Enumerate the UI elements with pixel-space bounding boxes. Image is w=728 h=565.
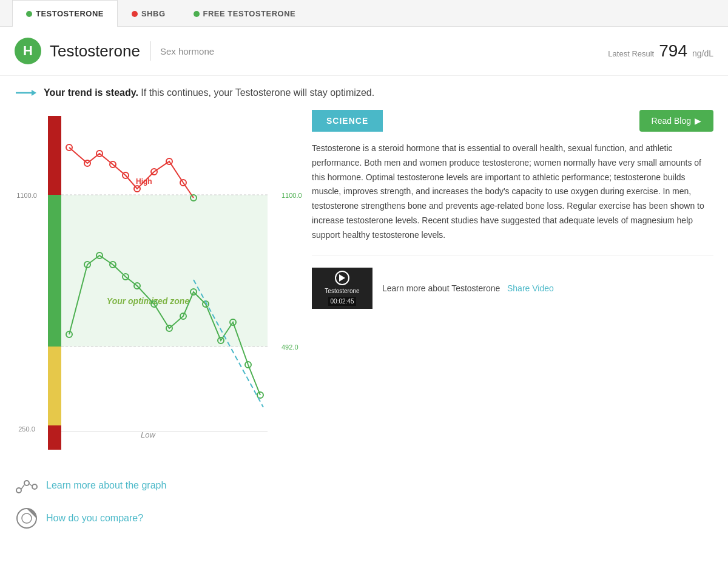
science-tabs: SCIENCE Read Blog ▶ <box>312 110 713 132</box>
right-panel: SCIENCE Read Blog ▶ Testosterone is a st… <box>294 110 713 452</box>
svg-text:250.0: 250.0 <box>18 425 35 433</box>
tab-testosterone-label: TESTOSTERONE <box>36 9 104 18</box>
science-tab-button[interactable]: SCIENCE <box>312 110 383 132</box>
svg-rect-6 <box>48 195 61 347</box>
main-content: 1100.0 1100.0 492.0 250.0 Your optimized… <box>0 110 728 464</box>
svg-text:1100.0: 1100.0 <box>281 192 302 199</box>
graph-link-label: Learn more about the graph <box>46 480 166 490</box>
trend-bold: Your trend is steady. <box>44 87 138 98</box>
svg-line-48 <box>21 485 24 489</box>
video-thumbnail[interactable]: Testosterone 00:02:45 <box>312 268 372 309</box>
science-description: Testosterone is a steroid hormone that i… <box>312 141 713 255</box>
video-duration: 00:02:45 <box>328 297 357 306</box>
tab-shbg[interactable]: SHBG <box>118 0 180 27</box>
video-learn-text: Learn more about Testosterone Share Vide… <box>382 283 554 293</box>
header-result: Latest Result 794 ng/dL <box>608 41 713 61</box>
footer-links: Learn more about the graph How do you co… <box>0 464 728 549</box>
logo-letter: H <box>23 43 33 59</box>
tab-free-testosterone[interactable]: FREE TESTOSTERONE <box>180 0 310 27</box>
chart-svg-container: 1100.0 1100.0 492.0 250.0 Your optimized… <box>15 110 294 452</box>
chart-area: 1100.0 1100.0 492.0 250.0 Your optimized… <box>15 110 294 452</box>
trend-rest: If this continues, your Testosterone wil… <box>141 87 374 98</box>
graph-link[interactable]: Learn more about the graph <box>46 480 166 491</box>
svg-text:492.0: 492.0 <box>281 343 298 351</box>
svg-point-51 <box>22 513 32 523</box>
trend-bar: Your trend is steady. If this continues,… <box>0 76 728 110</box>
tab-shbg-label: SHBG <box>141 9 166 18</box>
svg-line-49 <box>29 484 32 486</box>
share-video-link[interactable]: Share Video <box>505 283 554 293</box>
svg-marker-1 <box>32 90 36 96</box>
header-divider <box>150 41 150 61</box>
svg-rect-4 <box>48 425 61 450</box>
video-title: Testosterone <box>325 288 359 294</box>
svg-rect-3 <box>48 347 61 425</box>
trend-arrow-icon <box>15 87 36 99</box>
svg-point-46 <box>24 481 29 485</box>
graph-icon <box>15 473 39 498</box>
chart-svg: 1100.0 1100.0 492.0 250.0 Your optimized… <box>15 110 294 450</box>
header-subtitle: Sex hormone <box>160 46 214 56</box>
shbg-dot <box>132 11 138 17</box>
tab-testosterone[interactable]: TESTOSTERONE <box>12 0 118 27</box>
svg-point-45 <box>16 488 21 493</box>
read-blog-arrow-icon: ▶ <box>695 116 701 126</box>
compare-icon <box>15 506 39 530</box>
learn-text: Learn more about Testosterone <box>382 283 500 293</box>
video-play-icon <box>335 271 349 285</box>
share-video-label: Share Video <box>507 283 554 293</box>
read-blog-label: Read Blog <box>652 116 691 126</box>
latest-result-unit: ng/dL <box>692 49 713 58</box>
compare-link[interactable]: How do you compare? <box>46 513 143 524</box>
trend-text: Your trend is steady. If this continues,… <box>44 87 374 98</box>
page-title: Testosterone <box>50 42 140 61</box>
tabs-bar: TESTOSTERONE SHBG FREE TESTOSTERONE <box>0 0 728 27</box>
svg-text:High: High <box>136 177 152 186</box>
svg-point-47 <box>32 484 37 489</box>
read-blog-button[interactable]: Read Blog ▶ <box>639 110 713 132</box>
testosterone-dot <box>26 11 32 17</box>
video-row: Testosterone 00:02:45 Learn more about T… <box>312 268 713 309</box>
graph-link-row: Learn more about the graph <box>15 473 713 498</box>
latest-result-value: 794 <box>659 41 687 61</box>
logo-circle: H <box>15 38 41 64</box>
science-tab-label: SCIENCE <box>326 116 368 126</box>
svg-rect-5 <box>61 195 268 347</box>
latest-result-label: Latest Result <box>608 49 654 58</box>
compare-link-label: How do you compare? <box>46 513 143 523</box>
free-testosterone-dot <box>194 11 200 17</box>
svg-marker-44 <box>339 274 345 282</box>
svg-text:1100.0: 1100.0 <box>16 192 37 199</box>
header: H Testosterone Sex hormone Latest Result… <box>0 27 728 76</box>
tab-free-testosterone-label: FREE TESTOSTERONE <box>203 9 296 18</box>
svg-rect-2 <box>48 116 61 195</box>
compare-link-row: How do you compare? <box>15 506 713 530</box>
